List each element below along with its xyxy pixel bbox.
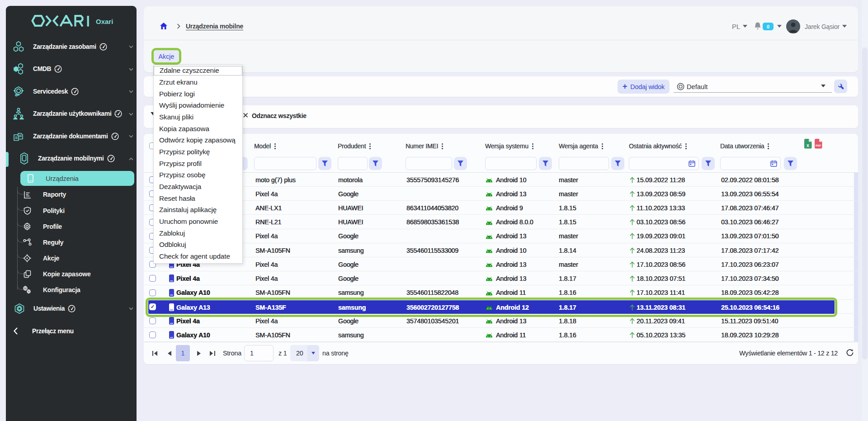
svg-text:x: x [807, 142, 809, 148]
svg-text:PDF: PDF [816, 144, 821, 147]
